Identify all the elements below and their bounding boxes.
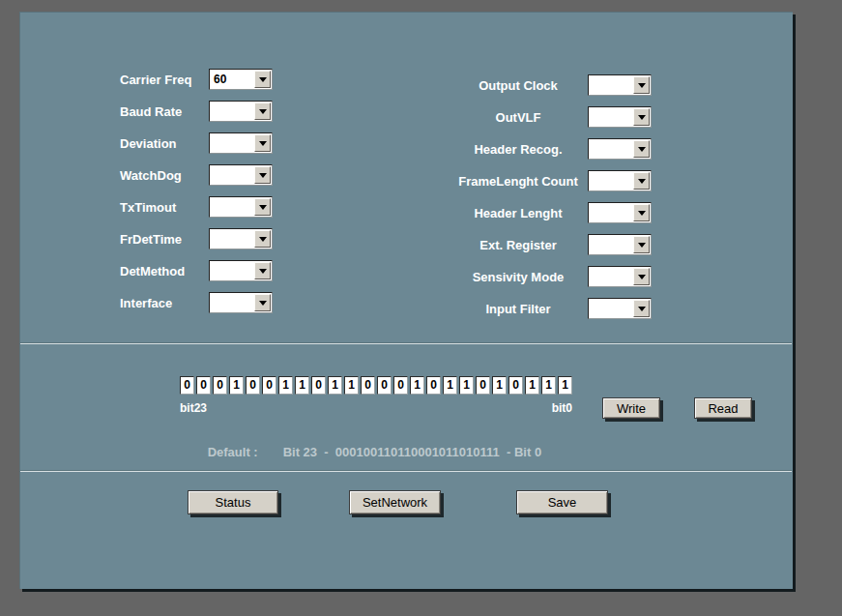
dropdown-arrow-button[interactable]	[633, 236, 650, 253]
combo-value	[210, 102, 253, 121]
chevron-down-icon	[638, 115, 646, 120]
combo-value	[589, 75, 632, 95]
bit-cell-22[interactable]: 0	[196, 376, 211, 395]
frdettime-label: FrDetTime	[120, 232, 209, 247]
chevron-down-icon	[259, 77, 267, 82]
combo-value	[210, 165, 253, 185]
dropdown-arrow-button[interactable]	[254, 134, 271, 152]
chevron-down-icon	[638, 83, 646, 88]
dropdown-arrow-button[interactable]	[633, 300, 650, 317]
read-button[interactable]: Read	[694, 397, 752, 419]
output-clock-combobox[interactable]	[588, 74, 652, 96]
bit-cell-3[interactable]: 0	[508, 376, 523, 395]
bit-cell-18[interactable]: 0	[262, 376, 276, 395]
write-button[interactable]: Write	[602, 397, 660, 419]
combo-value	[210, 261, 253, 280]
combo-value	[589, 139, 632, 159]
dropdown-arrow-button[interactable]	[633, 204, 650, 221]
sensivity-mode-combobox[interactable]	[588, 266, 652, 287]
bit-cell-21[interactable]: 0	[213, 376, 227, 395]
bit-cell-13[interactable]: 1	[344, 376, 359, 395]
chevron-down-icon	[638, 275, 646, 279]
bit-cell-8[interactable]: 0	[426, 376, 441, 395]
combo-value	[589, 171, 632, 191]
output-clock-field: Output Clock	[449, 74, 652, 96]
outvlf-combobox[interactable]	[588, 106, 652, 128]
interface-combobox[interactable]	[209, 292, 273, 313]
detmethod-field: DetMethod	[120, 260, 273, 281]
txtimout-combobox[interactable]	[209, 196, 273, 218]
left-field-column: Carrier Freq 60 Baud Rate Deviation	[120, 69, 273, 313]
deviation-label: Deviation	[120, 136, 209, 151]
combo-value: 60	[210, 70, 253, 89]
dropdown-arrow-button[interactable]	[254, 166, 271, 184]
framelenght-count-field: FrameLenght Count	[449, 170, 652, 191]
chevron-down-icon	[259, 269, 267, 274]
dropdown-arrow-button[interactable]	[254, 230, 271, 248]
bit-cell-5[interactable]: 0	[476, 376, 490, 395]
bit-cell-19[interactable]: 0	[246, 376, 260, 395]
right-field-column: Output Clock OutVLF Header Recog.	[449, 74, 652, 319]
input-filter-label: Input Filter	[449, 302, 588, 316]
interface-label: Interface	[120, 296, 209, 310]
carrier-freq-combobox[interactable]: 60	[209, 69, 273, 90]
status-button[interactable]: Status	[188, 490, 278, 514]
input-filter-combobox[interactable]	[588, 298, 652, 319]
dropdown-arrow-button[interactable]	[254, 71, 271, 88]
bit-cell-10[interactable]: 0	[393, 376, 408, 395]
dropdown-arrow-button[interactable]	[633, 172, 650, 190]
chevron-down-icon	[259, 205, 267, 210]
bit-cell-0[interactable]: 1	[558, 376, 572, 395]
setnetwork-button[interactable]: SetNetwork	[349, 490, 441, 514]
framelenght-count-combobox[interactable]	[588, 170, 652, 191]
bit-cell-23[interactable]: 0	[180, 376, 194, 395]
header-lenght-combobox[interactable]	[588, 202, 652, 223]
deviation-field: Deviation	[120, 132, 273, 154]
baud-rate-combobox[interactable]	[209, 101, 273, 122]
dropdown-arrow-button[interactable]	[254, 198, 271, 216]
bit-cell-11[interactable]: 0	[377, 376, 392, 395]
dropdown-arrow-button[interactable]	[633, 140, 650, 158]
bit-cell-14[interactable]: 1	[328, 376, 342, 395]
chevron-down-icon	[259, 109, 267, 114]
bit-cell-20[interactable]: 1	[229, 376, 244, 395]
dropdown-arrow-button[interactable]	[254, 294, 271, 311]
outvlf-field: OutVLF	[449, 106, 652, 128]
dropdown-arrow-button[interactable]	[633, 76, 650, 94]
bit-cell-12[interactable]: 0	[361, 376, 375, 395]
watchdog-label: WatchDog	[120, 168, 209, 183]
bit-cell-7[interactable]: 1	[443, 376, 457, 395]
device-config-panel: Carrier Freq 60 Baud Rate Deviation	[19, 12, 793, 589]
chevron-down-icon	[259, 173, 267, 178]
bit-cell-4[interactable]: 1	[492, 376, 507, 395]
dropdown-arrow-button[interactable]	[254, 103, 271, 120]
bit-cell-6[interactable]: 1	[459, 376, 474, 395]
dropdown-arrow-button[interactable]	[633, 268, 650, 285]
bit-cell-15[interactable]: 0	[311, 376, 326, 395]
dropdown-arrow-button[interactable]	[633, 108, 650, 126]
bit-cell-1[interactable]: 1	[541, 376, 556, 395]
bit-cell-16[interactable]: 1	[295, 376, 309, 395]
chevron-down-icon	[638, 307, 646, 311]
bit-cell-2[interactable]: 1	[525, 376, 539, 395]
combo-value	[210, 197, 253, 217]
ext-register-label: Ext. Register	[449, 238, 588, 252]
save-button[interactable]: Save	[516, 490, 608, 514]
combo-value	[210, 293, 253, 312]
ext-register-combobox[interactable]	[588, 234, 652, 255]
dropdown-arrow-button[interactable]	[254, 262, 271, 279]
watchdog-field: WatchDog	[120, 164, 273, 186]
watchdog-combobox[interactable]	[209, 164, 273, 186]
header-lenght-label: Header Lenght	[449, 206, 588, 220]
deviation-combobox[interactable]	[209, 132, 273, 154]
bit-cell-9[interactable]: 1	[410, 376, 424, 395]
header-recog-combobox[interactable]	[588, 138, 652, 160]
txtimout-field: TxTimout	[120, 196, 273, 218]
detmethod-combobox[interactable]	[209, 260, 273, 281]
frdettime-combobox[interactable]	[209, 228, 273, 249]
combo-value	[589, 235, 632, 254]
bit-scale: bit23 bit0	[180, 401, 572, 415]
framelenght-count-label: FrameLenght Count	[449, 174, 588, 189]
bit-cell-17[interactable]: 1	[278, 376, 293, 395]
chevron-down-icon	[638, 243, 646, 248]
